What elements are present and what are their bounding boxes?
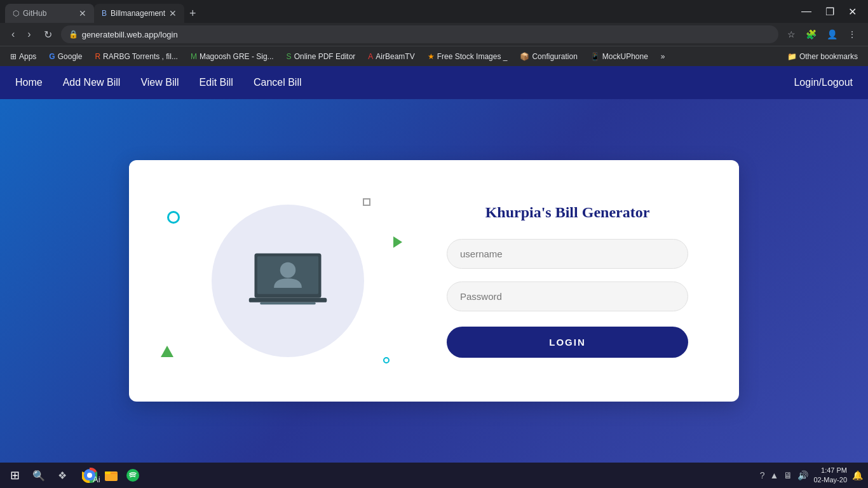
rarbg-icon: R [95,52,100,61]
profile-icon[interactable]: 👤 [823,27,841,41]
star-icon: ★ [428,52,435,61]
notifications-bell-icon[interactable]: 🔔 [852,470,863,480]
card-right: Khurpia's Bill Generator LOGIN [421,186,714,376]
main-content: Khurpia's Bill Generator LOGIN [0,99,868,463]
tab-close-github[interactable]: ✕ [79,8,86,18]
lock-icon: 🔒 [69,30,78,39]
bookmark-other[interactable]: 📁 Other bookmarks [782,50,863,63]
system-clock[interactable]: 1:47 PM 02-May-20 [813,466,847,485]
config-icon: 📦 [520,52,529,61]
airbeam-icon: A [368,52,373,61]
title-bar: ⬡ GitHub ✕ B Billmanagement ✕ + — ❐ ✕ [0,0,868,23]
svg-point-2 [280,262,296,278]
pdf-icon: S [287,52,292,61]
start-button[interactable]: ⊞ [5,466,25,485]
ai-label: Ai [93,475,100,484]
taskbar-left: ⊞ 🔍 ❖ [5,465,143,485]
username-input[interactable] [447,239,688,269]
reload-button[interactable]: ↻ [40,27,56,42]
new-tab-button[interactable]: + [184,4,201,23]
deco-square-top [363,198,370,206]
bookmark-google[interactable]: G Google [44,50,87,63]
nav-login-logout[interactable]: Login/Logout [794,77,853,88]
magoosh-icon: M [191,52,197,61]
spotify-icon [125,468,140,483]
bookmark-mockuphone[interactable]: 📱 MockUPhone [585,50,653,63]
nav-right: Login/Logout [794,77,853,88]
decorative-circle [212,205,364,357]
laptop-illustration [243,248,332,315]
nav-view-bill[interactable]: View Bill [140,77,179,88]
url-text: generatebill.web.app/login [82,30,178,39]
nav-home[interactable]: Home [15,77,43,88]
forward-button[interactable]: › [24,27,34,41]
time-display: 1:47 PM [813,466,847,475]
back-button[interactable]: ‹ [8,27,18,41]
task-view-button[interactable]: ❖ [53,467,72,484]
folder-icon: 📁 [787,52,797,61]
bookmark-configuration[interactable]: 📦 Configuration [515,50,582,63]
app-nav: Home Add New Bill View Bill Edit Bill Ca… [0,66,868,99]
nav-edit-bill[interactable]: Edit Bill [200,77,233,88]
bookmark-star-icon[interactable]: ☆ [783,27,799,41]
taskbar-right: ? ▲ 🖥 🔊 1:47 PM 02-May-20 🔔 [760,466,863,485]
extensions-icon[interactable]: 🧩 [802,27,820,41]
login-card: Khurpia's Bill Generator LOGIN [129,160,739,402]
tab-billmanagement[interactable]: B Billmanagement ✕ [94,4,184,23]
svg-point-9 [126,469,139,482]
maximize-button[interactable]: ❐ [819,3,841,20]
address-bar: ‹ › ↻ 🔒 generatebill.web.app/login ☆ 🧩 👤… [0,23,868,46]
url-bar[interactable]: 🔒 generatebill.web.app/login [61,25,778,43]
svg-point-6 [87,473,92,478]
tab-close-billmanagement[interactable]: ✕ [169,8,177,18]
date-display: 02-May-20 [813,475,847,485]
password-input[interactable] [447,281,688,311]
window-controls: — ❐ ✕ [795,3,863,20]
bookmark-freestock[interactable]: ★ Free Stock Images _ [423,50,513,63]
volume-icon[interactable]: 🔊 [797,470,808,480]
minimize-button[interactable]: — [795,3,818,20]
bookmark-pdf[interactable]: S Online PDF Editor [281,50,361,63]
bookmark-apps[interactable]: ⊞ Apps [5,50,41,63]
help-icon[interactable]: ? [760,470,765,480]
bookmark-magoosh[interactable]: M Magoosh GRE - Sig... [186,50,279,63]
app-title: Khurpia's Bill Generator [485,204,650,221]
bookmark-rarbg[interactable]: R RARBG Torrents , fil... [90,50,182,63]
google-icon: G [49,52,55,61]
bookmarks-bar: ⊞ Apps G Google R RARBG Torrents , fil..… [0,46,868,66]
deco-triangle-bottom [161,346,173,357]
taskbar-explorer[interactable] [101,465,121,485]
tab-github[interactable]: ⬡ GitHub ✕ [5,4,94,23]
deco-play-right [393,236,402,248]
menu-icon[interactable]: ⋮ [844,27,860,41]
nav-add-bill[interactable]: Add New Bill [63,77,121,88]
deco-circle-top-left [167,211,180,224]
card-illustration [154,186,421,376]
explorer-icon [104,468,119,483]
app-content: Home Add New Bill View Bill Edit Bill Ca… [0,66,868,463]
login-button[interactable]: LOGIN [447,327,688,358]
nav-cancel-bill[interactable]: Cancel Bill [254,77,302,88]
apps-grid-icon: ⊞ [10,52,17,61]
address-actions: ☆ 🧩 👤 ⋮ [783,27,860,41]
phone-icon: 📱 [590,52,600,61]
deco-dot-bottom [383,357,390,363]
nav-links: Home Add New Bill View Bill Edit Bill Ca… [15,77,794,88]
svg-rect-3 [249,297,327,302]
bookmark-airbeam[interactable]: A AirBeamTV [363,50,419,63]
svg-rect-4 [260,302,316,304]
taskbar-spotify[interactable] [123,465,143,485]
search-taskbar-button[interactable]: 🔍 [27,467,50,484]
taskbar: ⊞ 🔍 ❖ [0,463,868,488]
svg-rect-8 [105,471,111,474]
notification-icon[interactable]: ▲ [770,470,779,480]
taskbar-pinned-apps [79,465,143,485]
bookmarks-more[interactable]: » [656,50,670,63]
tab-strip: ⬡ GitHub ✕ B Billmanagement ✕ + [5,0,790,23]
network-icon[interactable]: 🖥 [783,470,792,480]
close-button[interactable]: ✕ [842,3,863,20]
